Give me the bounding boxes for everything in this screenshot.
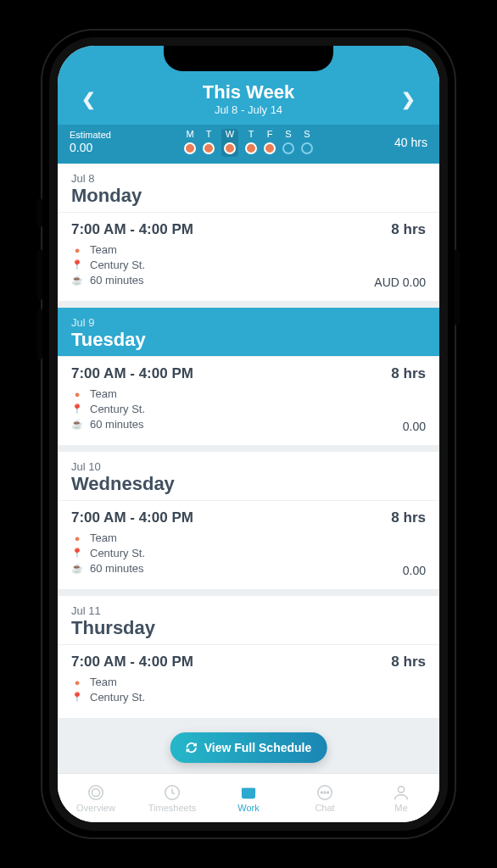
day-header: Jul 8Monday (58, 164, 439, 212)
shift-cost: AUD 0.00 (374, 275, 426, 289)
svg-point-7 (324, 792, 326, 793)
day-block: Jul 10Wednesday7:00 AM - 4:00 PM8 hrs●Te… (58, 452, 439, 589)
day-date: Jul 9 (71, 316, 426, 329)
estimated-value: 0.00 (70, 141, 92, 154)
svg-point-0 (89, 786, 103, 800)
shift-time: 7:00 AM - 4:00 PM (71, 365, 193, 382)
tab-timesheets[interactable]: Timesheets (134, 783, 210, 813)
header-subtitle: Jul 8 - July 14 (203, 103, 294, 116)
shift-card[interactable]: 7:00 AM - 4:00 PM8 hrs●Team📍Century St.☕… (58, 356, 439, 445)
shift-card[interactable]: 7:00 AM - 4:00 PM8 hrs●Team📍Century St. (58, 644, 439, 718)
location-icon: 📍 (71, 548, 83, 559)
day-name: Monday (71, 185, 426, 207)
shift-time: 7:00 AM - 4:00 PM (71, 221, 193, 238)
shift-time: 7:00 AM - 4:00 PM (71, 509, 193, 526)
team-icon: ● (71, 677, 83, 687)
tab-label: Overview (58, 803, 134, 813)
shift-cost: 0.00 (403, 420, 426, 433)
shift-team: Team (90, 243, 117, 256)
week-day-dots: MTWTFSS (184, 129, 313, 157)
shift-hours: 8 hrs (391, 221, 426, 238)
week-day-dot[interactable]: S (282, 129, 294, 157)
view-full-schedule-button[interactable]: View Full Schedule (170, 732, 327, 763)
week-day-dot[interactable]: W (221, 129, 238, 157)
week-day-dot[interactable]: T (245, 129, 257, 157)
shift-hours: 8 hrs (391, 509, 426, 526)
prev-week-button[interactable]: ❮ (81, 89, 96, 109)
day-name: Thursday (71, 617, 426, 639)
me-icon (392, 783, 410, 802)
estimated-label: Estimated (70, 130, 111, 140)
week-day-dot[interactable]: F (264, 129, 276, 157)
shift-cost: 0.00 (403, 564, 426, 577)
shift-team: Team (90, 531, 117, 544)
overview-icon (87, 783, 105, 802)
shift-break: 60 minutes (90, 562, 144, 575)
tab-overview[interactable]: Overview (58, 783, 134, 813)
day-date: Jul 8 (71, 172, 426, 185)
week-day-dot[interactable]: S (301, 129, 313, 157)
svg-rect-4 (243, 788, 255, 792)
tab-work[interactable]: Work (210, 783, 287, 813)
shift-hours: 8 hrs (391, 365, 426, 382)
work-icon (239, 783, 258, 802)
tab-me[interactable]: Me (363, 783, 439, 813)
shift-hours: 8 hrs (391, 654, 426, 670)
shift-team: Team (90, 387, 117, 400)
tab-chat[interactable]: Chat (287, 783, 363, 813)
day-header: Jul 10Wednesday (58, 452, 439, 500)
tab-label: Work (210, 803, 287, 813)
svg-point-6 (321, 792, 322, 793)
header-title: This Week (203, 81, 294, 103)
week-day-dot[interactable]: M (184, 129, 196, 157)
day-date: Jul 10 (71, 460, 426, 473)
day-block: Jul 8Monday7:00 AM - 4:00 PM8 hrs●Team📍C… (58, 164, 439, 301)
svg-point-9 (398, 787, 404, 793)
break-icon: ☕ (71, 275, 83, 286)
chat-icon (316, 783, 334, 802)
shift-location: Century St. (90, 691, 145, 704)
team-icon: ● (71, 533, 83, 543)
week-summary-bar: Estimated 0.00 MTWTFSS 40 hrs (58, 125, 439, 164)
refresh-icon (186, 742, 198, 754)
shift-break: 60 minutes (90, 274, 144, 287)
location-icon: 📍 (71, 259, 83, 270)
week-day-dot[interactable]: T (203, 129, 215, 157)
day-block: Jul 11Thursday7:00 AM - 4:00 PM8 hrs●Tea… (58, 596, 439, 718)
svg-point-1 (92, 788, 99, 796)
shift-break: 60 minutes (90, 418, 144, 431)
day-header: Jul 11Thursday (58, 596, 439, 644)
svg-point-8 (327, 792, 329, 793)
team-icon: ● (71, 389, 83, 399)
next-week-button[interactable]: ❯ (401, 89, 416, 109)
schedule-list[interactable]: Jul 8Monday7:00 AM - 4:00 PM8 hrs●Team📍C… (58, 164, 439, 822)
tab-label: Chat (287, 803, 363, 813)
break-icon: ☕ (71, 563, 83, 574)
shift-time: 7:00 AM - 4:00 PM (71, 654, 193, 670)
tab-label: Me (363, 803, 439, 813)
shift-location: Century St. (90, 547, 145, 559)
shift-location: Century St. (90, 259, 145, 271)
team-icon: ● (71, 245, 83, 255)
day-date: Jul 11 (71, 604, 426, 617)
shift-card[interactable]: 7:00 AM - 4:00 PM8 hrs●Team📍Century St.☕… (58, 212, 439, 301)
shift-team: Team (90, 676, 117, 688)
view-full-schedule-label: View Full Schedule (204, 741, 312, 754)
week-total-hours: 40 hrs (394, 136, 427, 149)
timesheets-icon (163, 783, 181, 802)
shift-location: Century St. (90, 403, 145, 415)
break-icon: ☕ (71, 419, 83, 430)
shift-card[interactable]: 7:00 AM - 4:00 PM8 hrs●Team📍Century St.☕… (58, 500, 439, 589)
day-name: Tuesday (71, 329, 426, 351)
tab-label: Timesheets (134, 803, 210, 813)
day-block: Jul 9Tuesday7:00 AM - 4:00 PM8 hrs●Team📍… (58, 308, 439, 445)
day-name: Wednesday (71, 473, 426, 495)
location-icon: 📍 (71, 403, 83, 415)
tab-bar: OverviewTimesheetsWorkChatMe (58, 773, 439, 822)
day-header: Jul 9Tuesday (58, 308, 439, 356)
location-icon: 📍 (71, 692, 83, 703)
